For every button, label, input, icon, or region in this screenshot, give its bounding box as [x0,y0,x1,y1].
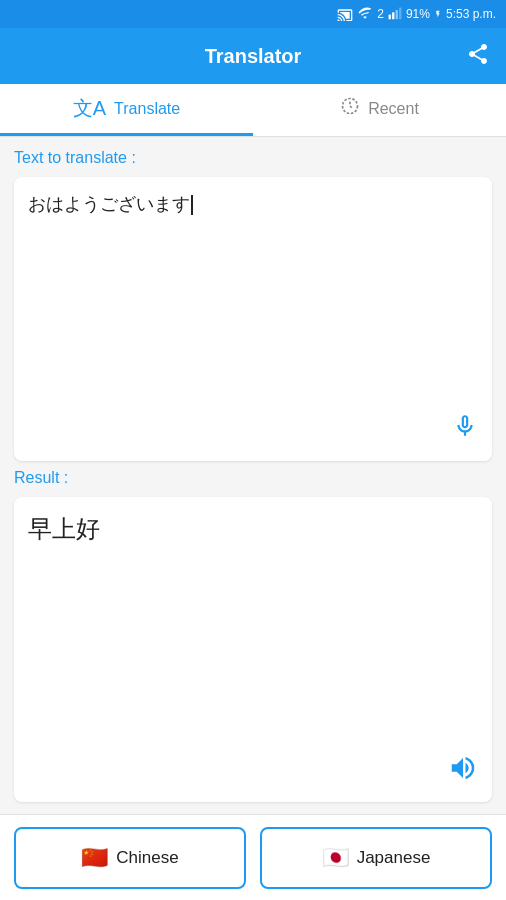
result-box: 早上好 [14,497,492,802]
result-section: Result : [14,469,492,489]
recent-circle-icon [340,96,360,116]
time-display: 5:53 p.m. [446,7,496,21]
tab-recent[interactable]: Recent [253,84,506,136]
mic-button[interactable] [452,410,478,449]
status-bar: 2 91% 5:53 p.m. [0,0,506,28]
app-bar: Translator [0,28,506,84]
input-section: Text to translate : [14,149,492,169]
svg-rect-0 [389,15,391,20]
charging-icon [434,7,442,21]
signal-icon [388,7,402,21]
chinese-button[interactable]: 🇨🇳 Chinese [14,827,246,889]
svg-rect-1 [392,12,394,19]
chinese-flag: 🇨🇳 [81,845,108,871]
japanese-button[interactable]: 🇯🇵 Japanese [260,827,492,889]
app-title: Translator [40,45,466,68]
sim-number: 2 [377,7,384,21]
tab-translate[interactable]: 文A Translate [0,84,253,136]
svg-rect-2 [396,10,398,19]
tab-bar: 文A Translate Recent [0,84,506,137]
translate-icon: 文A [73,95,106,122]
chinese-label: Chinese [116,848,178,868]
speaker-button[interactable] [448,753,478,790]
japanese-flag: 🇯🇵 [322,845,349,871]
status-icons: 2 91% 5:53 p.m. [337,7,496,21]
recent-icon [340,96,360,121]
language-bar: 🇨🇳 Chinese 🇯🇵 Japanese [0,814,506,900]
tab-recent-label: Recent [368,100,419,118]
input-text: おはようございます [28,191,478,218]
result-label: Result : [14,469,492,487]
text-cursor [191,195,193,215]
share-icon [466,42,490,66]
battery-percent: 91% [406,7,430,21]
input-label: Text to translate : [14,149,492,167]
result-text: 早上好 [28,511,478,547]
svg-rect-3 [399,8,401,20]
tab-translate-label: Translate [114,100,180,118]
input-value: おはようございます [28,194,190,214]
microphone-icon [452,410,478,442]
content-area: Text to translate : おはようございます Result : 早… [0,137,506,814]
share-button[interactable] [466,42,490,71]
speaker-icon [448,753,478,783]
wifi-icon [357,7,373,21]
input-box[interactable]: おはようございます [14,177,492,461]
japanese-label: Japanese [357,848,431,868]
cast-icon [337,7,353,21]
